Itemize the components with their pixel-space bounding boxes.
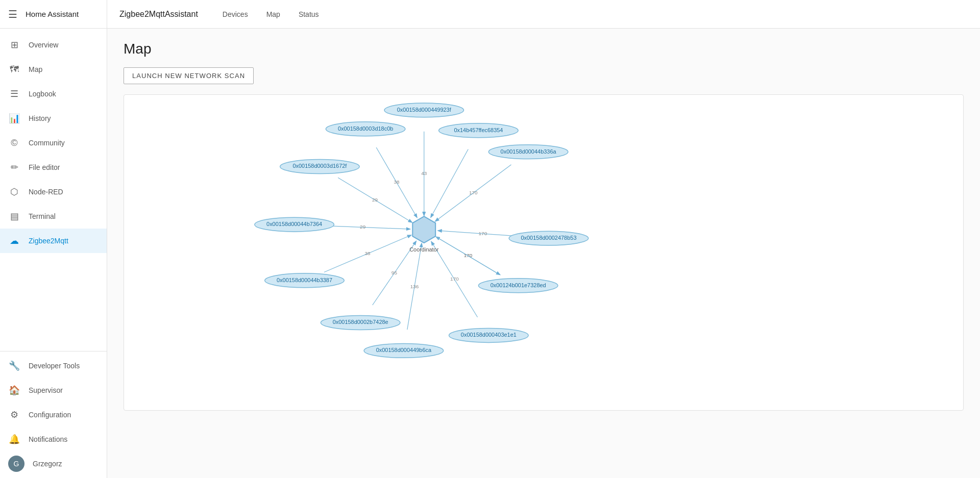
edge-weight-label: 170: [450, 276, 459, 282]
sidebar-item-history[interactable]: 📊History: [0, 106, 107, 131]
sidebar-item-zigbee2mqtt[interactable]: ☁Zigbee2Mqtt: [0, 229, 107, 253]
edge-weight-label: 170: [464, 253, 473, 258]
zigbee2mqtt-icon: ☁: [8, 235, 20, 246]
topbar-nav-devices[interactable]: Devices: [214, 6, 256, 22]
topbar: Zigbee2MqttAssistant DevicesMapStatus: [107, 0, 980, 29]
main-content: Zigbee2MqttAssistant DevicesMapStatus Ma…: [107, 0, 980, 478]
sidebar-item-label: Logbook: [29, 90, 56, 98]
node-label: 0x00158d000449923f: [397, 107, 452, 113]
sidebar-item-terminal[interactable]: ▤Terminal: [0, 204, 107, 229]
sidebar-header: ☰ Home Assistant: [0, 0, 107, 29]
edge-weight-label: 170: [479, 231, 487, 236]
sidebar-item-label: History: [29, 114, 51, 122]
history-icon: 📊: [8, 113, 20, 124]
edge-weight-label: 29: [372, 197, 378, 203]
sidebar-item-configuration[interactable]: ⚙Configuration: [0, 402, 107, 427]
topbar-nav: DevicesMapStatus: [214, 6, 327, 22]
topbar-nav-map[interactable]: Map: [258, 6, 288, 22]
sidebar-item-node-red[interactable]: ⬡Node-RED: [0, 180, 107, 204]
notifications-icon: 🔔: [8, 434, 20, 445]
node-label: 0x00158d0003d1672f: [292, 163, 347, 169]
sidebar-item-label: Community: [29, 139, 65, 147]
map-icon: 🗺: [8, 64, 20, 75]
node-label: 0x00158d00044b7364: [266, 221, 322, 227]
node-label: 0x00158d0003d18c0b: [338, 125, 393, 132]
sidebar-item-notifications[interactable]: 🔔Notifications: [0, 427, 107, 451]
sidebar-bottom: 🔧Developer Tools🏠Supervisor⚙Configuratio…: [0, 351, 107, 478]
logbook-icon: ☰: [8, 88, 20, 99]
node-label: 0x14b457ffec68354: [454, 127, 503, 133]
sidebar-item-label: Notifications: [29, 435, 67, 443]
file-editor-icon: ✏: [8, 162, 20, 173]
sidebar-nav: ⊞Overview🗺Map☰Logbook📊History©Community✏…: [0, 29, 107, 351]
topbar-nav-status[interactable]: Status: [290, 6, 327, 22]
coordinator-node: [412, 216, 435, 243]
sidebar-item-developer-tools[interactable]: 🔧Developer Tools: [0, 354, 107, 378]
sidebar-item-supervisor[interactable]: 🏠Supervisor: [0, 378, 107, 402]
sidebar-item-label: Developer Tools: [29, 362, 80, 370]
node-label: 0x00158d000403e1e1: [461, 332, 517, 338]
node-label: 0x00158d0002478b53: [521, 235, 576, 241]
edge-weight-label: 43: [421, 170, 427, 176]
sidebar-user[interactable]: GGrzegorz: [0, 451, 107, 476]
edge-weight-label: 136: [410, 284, 419, 289]
sidebar-item-file-editor[interactable]: ✏File editor: [0, 155, 107, 180]
avatar: G: [8, 456, 24, 472]
node-label: 0x00158d00044b3387: [277, 277, 332, 283]
sidebar-item-logbook[interactable]: ☰Logbook: [0, 82, 107, 106]
edge-weight-label: 29: [360, 224, 366, 230]
supervisor-icon: 🏠: [8, 385, 20, 396]
edge-weight-label: 38: [365, 250, 371, 256]
node-label: 0x00124b001e7328ed: [491, 282, 546, 288]
sidebar-item-label: Zigbee2Mqtt: [29, 237, 68, 245]
network-edge: [431, 149, 468, 217]
sidebar-item-label: Map: [29, 65, 42, 73]
sidebar: ☰ Home Assistant ⊞Overview🗺Map☰Logbook📊H…: [0, 0, 107, 478]
sidebar-item-overview[interactable]: ⊞Overview: [0, 33, 107, 57]
sidebar-item-label: Node-RED: [29, 188, 63, 196]
app-name: Zigbee2MqttAssistant: [119, 10, 198, 19]
network-svg: 433817029291703817095136170170Coordinato…: [124, 95, 963, 410]
edge-weight-label: 38: [394, 179, 400, 185]
node-label: 0x00158d000449b6ca: [376, 347, 432, 353]
community-icon: ©: [8, 138, 20, 148]
menu-icon[interactable]: ☰: [8, 8, 17, 20]
configuration-icon: ⚙: [8, 409, 20, 420]
overview-icon: ⊞: [8, 39, 20, 51]
sidebar-item-label: Supervisor: [29, 386, 63, 394]
user-label: Grzegorz: [33, 460, 62, 468]
sidebar-item-map[interactable]: 🗺Map: [0, 57, 107, 82]
launch-scan-button[interactable]: LAUNCH NEW NETWORK SCAN: [124, 67, 254, 84]
network-map: 433817029291703817095136170170Coordinato…: [124, 94, 964, 411]
node-label: 0x00158d0002b7428e: [333, 319, 388, 325]
edge-weight-label: 95: [391, 270, 398, 275]
sidebar-item-label: Configuration: [29, 411, 71, 419]
node-red-icon: ⬡: [8, 186, 20, 197]
coordinator-label: Coordinator: [409, 246, 439, 253]
sidebar-item-label: Overview: [29, 41, 58, 49]
sidebar-title: Home Assistant: [26, 10, 79, 18]
node-label: 0x00158d00044b336a: [501, 148, 557, 155]
page-title: Map: [124, 41, 964, 57]
sidebar-item-community[interactable]: ©Community: [0, 131, 107, 155]
page-content: Map LAUNCH NEW NETWORK SCAN 433817029291…: [107, 29, 980, 478]
sidebar-item-label: File editor: [29, 163, 60, 171]
edge-weight-label: 170: [469, 190, 478, 195]
terminal-icon: ▤: [8, 211, 20, 222]
sidebar-item-label: Terminal: [29, 212, 56, 220]
developer-tools-icon: 🔧: [8, 360, 20, 371]
